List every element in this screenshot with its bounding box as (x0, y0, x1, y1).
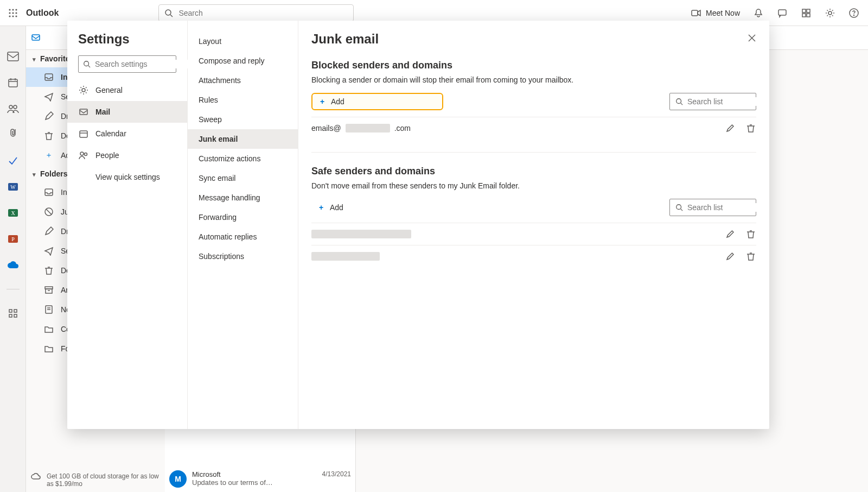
settings-nav-label: Mail (95, 108, 110, 116)
settings-cat-junk-email[interactable]: Junk email (188, 129, 298, 149)
safe-search[interactable] (669, 199, 756, 216)
svg-point-61 (676, 99, 681, 104)
edit-icon[interactable] (725, 229, 736, 239)
settings-nav: Settings GeneralMailCalendarPeopleView q… (67, 21, 188, 429)
people-icon (78, 150, 89, 161)
search-icon (83, 60, 91, 68)
svg-point-63 (676, 205, 681, 210)
settings-search-input[interactable] (95, 60, 190, 68)
entry-prefix: emails@ (311, 124, 341, 133)
edit-icon[interactable] (725, 123, 736, 134)
settings-cat-forwarding[interactable]: Forwarding (188, 207, 298, 227)
close-button[interactable] (743, 29, 761, 47)
modal-overlay: Settings GeneralMailCalendarPeopleView q… (0, 0, 868, 492)
edit-icon[interactable] (725, 251, 736, 262)
add-label: Add (331, 97, 344, 106)
svg-line-52 (88, 66, 91, 68)
entry-suffix: .com (394, 124, 411, 133)
svg-point-57 (80, 152, 84, 155)
safe-desc: Don't move email from these senders to m… (311, 181, 756, 190)
delete-icon[interactable] (745, 229, 756, 239)
redacted-text (311, 252, 380, 261)
settings-nav-calendar[interactable]: Calendar (67, 123, 187, 144)
blocked-list-row: emails@.com (311, 117, 756, 139)
search-icon (675, 98, 683, 105)
settings-nav-label: General (95, 86, 123, 94)
safe-heading: Safe senders and domains (311, 166, 756, 177)
plus-icon: + (318, 97, 327, 106)
general-icon (78, 85, 89, 96)
blocked-toolbar: + Add (311, 93, 756, 110)
add-label: Add (330, 203, 343, 212)
settings-modal: Settings GeneralMailCalendarPeopleView q… (67, 21, 769, 429)
row-actions (725, 251, 756, 262)
row-actions (725, 123, 756, 134)
safe-list-row (311, 223, 756, 245)
safe-list-row (311, 245, 756, 267)
settings-nav-mail[interactable]: Mail (67, 101, 187, 123)
blocked-heading: Blocked senders and domains (311, 60, 756, 71)
settings-cat-rules[interactable]: Rules (188, 90, 298, 110)
safe-search-input[interactable] (687, 203, 769, 212)
settings-title: Settings (67, 31, 187, 55)
safe-toolbar: + Add (311, 199, 756, 216)
delete-icon[interactable] (745, 123, 756, 134)
settings-nav-label: People (95, 151, 119, 160)
blocked-entry: emails@.com (311, 124, 411, 133)
settings-cat-compose-and-reply[interactable]: Compose and reply (188, 51, 298, 71)
svg-point-58 (85, 153, 87, 156)
plus-icon: + (317, 203, 326, 212)
settings-nav-view-quick-settings[interactable]: View quick settings (67, 166, 187, 188)
panel-title: Junk email (311, 31, 756, 47)
settings-cat-message-handling[interactable]: Message handling (188, 188, 298, 207)
redacted-text (311, 230, 411, 238)
safe-add-button[interactable]: + Add (311, 200, 349, 215)
svg-line-64 (681, 209, 683, 211)
row-actions (725, 229, 756, 239)
settings-nav-general[interactable]: General (67, 79, 187, 101)
spacer (78, 172, 89, 182)
settings-cat-sync-email[interactable]: Sync email (188, 168, 298, 188)
settings-cat-attachments[interactable]: Attachments (188, 71, 298, 90)
redacted-text (346, 124, 390, 133)
mail-icon (78, 106, 89, 117)
settings-cat-customize-actions[interactable]: Customize actions (188, 149, 298, 168)
settings-cat-sweep[interactable]: Sweep (188, 110, 298, 129)
blocked-desc: Blocking a sender or domain will stop th… (311, 75, 756, 84)
settings-nav-people[interactable]: People (67, 144, 187, 166)
settings-cat-layout[interactable]: Layout (188, 31, 298, 51)
settings-cat-subscriptions[interactable]: Subscriptions (188, 247, 298, 266)
settings-categories: LayoutCompose and replyAttachmentsRulesS… (188, 21, 298, 429)
settings-search[interactable] (78, 55, 176, 73)
svg-point-51 (84, 61, 89, 66)
blocked-search-input[interactable] (687, 97, 769, 106)
section-divider (311, 152, 756, 153)
settings-panel: Junk email Blocked senders and domains B… (298, 21, 769, 429)
svg-line-62 (681, 103, 683, 105)
search-icon (675, 204, 683, 211)
delete-icon[interactable] (745, 251, 756, 262)
blocked-search[interactable] (669, 93, 756, 110)
safe-entry (311, 230, 411, 238)
calendar-icon (78, 128, 89, 139)
svg-rect-54 (80, 109, 87, 115)
safe-entry (311, 252, 380, 261)
svg-rect-55 (80, 131, 87, 137)
settings-nav-label: View quick settings (95, 173, 160, 181)
settings-cat-automatic-replies[interactable]: Automatic replies (188, 227, 298, 247)
settings-nav-label: Calendar (95, 129, 126, 138)
blocked-add-button[interactable]: + Add (311, 93, 443, 110)
svg-point-53 (82, 89, 85, 92)
